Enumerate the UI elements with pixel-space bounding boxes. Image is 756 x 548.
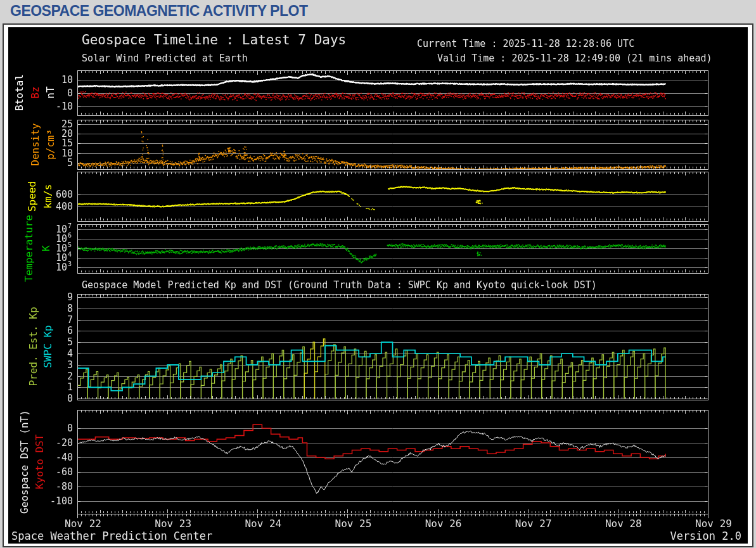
axis-label-pcm3: p/cm³ xyxy=(44,129,56,160)
axis-label-btotal: Btotal xyxy=(13,74,25,111)
footer-version: Version 2.0 xyxy=(670,530,741,542)
current-time-label: Current Time : 2025-11-28 12:28:06 UTC xyxy=(417,38,634,49)
footer-swpc: Space Weather Prediction Center xyxy=(11,530,212,542)
axis-label-kyoto-dst: Kyoto DST xyxy=(34,435,46,490)
axis-label-temperature: Temperature xyxy=(23,215,35,282)
axis-label-pred-est-kp: Pred. Est. Kp xyxy=(27,307,39,386)
page-title: GEOSPACE GEOMAGNETIC ACTIVITY PLOT xyxy=(10,3,307,20)
plot-background: Geospace Timeline : Latest 7 Days Curren… xyxy=(8,27,748,544)
axis-label-geospace-dst: Geospace DST (nT) xyxy=(18,410,30,514)
axis-label-density: Density xyxy=(29,123,41,165)
valid-time-label: Valid Time : 2025-11-28 12:49:00 (21 min… xyxy=(437,53,712,64)
axis-label-bz: Bz xyxy=(29,86,41,98)
axis-label-nt: nT xyxy=(44,86,56,98)
axis-label-kms: km/s xyxy=(42,184,54,209)
plot-title: Geospace Timeline : Latest 7 Days xyxy=(82,32,346,48)
solar-wind-subtitle: Solar Wind Predicted at Earth xyxy=(82,53,248,64)
axis-label-speed: Speed xyxy=(26,181,38,212)
axis-label-kelvin: K xyxy=(40,245,52,252)
kp-dst-section-title: Geospace Model Predicted Kp and DST (Gro… xyxy=(82,279,597,291)
axis-label-swpc-kp: SWPC Kp xyxy=(42,325,54,367)
geospace-activity-page: GEOSPACE GEOMAGNETIC ACTIVITY PLOT Geosp… xyxy=(0,0,756,548)
plot-frame: Geospace Timeline : Latest 7 Days Curren… xyxy=(3,23,753,547)
